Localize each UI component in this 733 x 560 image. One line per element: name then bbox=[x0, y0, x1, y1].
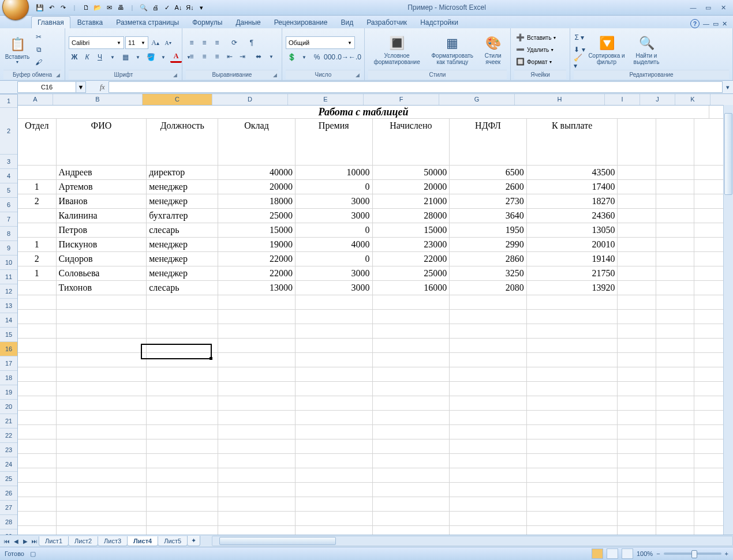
cell-I13[interactable] bbox=[618, 310, 656, 324]
cell-C22[interactable] bbox=[147, 439, 218, 453]
cell-C11[interactable]: слесарь bbox=[147, 281, 218, 295]
tab-developer[interactable]: Разработчик bbox=[360, 16, 413, 28]
cell-H4[interactable]: 17400 bbox=[527, 180, 618, 194]
cell-G17[interactable] bbox=[450, 367, 527, 381]
cell-H10[interactable]: 21750 bbox=[527, 266, 618, 280]
formula-input[interactable] bbox=[109, 81, 723, 93]
row-header-20[interactable]: 20 bbox=[0, 400, 17, 414]
cell-D8[interactable]: 19000 bbox=[218, 238, 296, 251]
cell-A17[interactable] bbox=[18, 367, 57, 381]
cell-H16[interactable] bbox=[527, 353, 618, 367]
align-left-icon[interactable]: ≡ bbox=[186, 51, 197, 62]
cell-C21[interactable] bbox=[147, 425, 218, 439]
cell-B10[interactable]: Соловьева bbox=[57, 266, 147, 280]
cell-D14[interactable] bbox=[218, 324, 296, 338]
cell-A5[interactable]: 2 bbox=[18, 194, 57, 208]
cell-J20[interactable] bbox=[656, 411, 695, 424]
cell-I6[interactable] bbox=[618, 209, 656, 223]
cell-B27[interactable] bbox=[57, 512, 147, 525]
cell-H19[interactable] bbox=[527, 396, 618, 410]
expand-formula-bar-icon[interactable]: ▾ bbox=[726, 84, 730, 91]
cell-I28[interactable] bbox=[618, 526, 656, 535]
cell-D26[interactable] bbox=[218, 497, 296, 511]
cell-E2[interactable]: Премия bbox=[296, 119, 373, 167]
cell-I22[interactable] bbox=[618, 439, 656, 453]
cell-D23[interactable] bbox=[218, 454, 296, 468]
cell-I14[interactable] bbox=[618, 324, 656, 338]
delete-cells-icon[interactable]: ➖ bbox=[514, 44, 526, 55]
cell-G4[interactable]: 2600 bbox=[450, 180, 527, 194]
row-header-22[interactable]: 22 bbox=[0, 429, 17, 443]
cell-D25[interactable] bbox=[218, 483, 296, 497]
sort-filter-button[interactable]: 🔽Сортировка и фильтр bbox=[587, 31, 626, 69]
cell-D24[interactable] bbox=[218, 468, 296, 482]
maximize-button[interactable]: ▭ bbox=[702, 3, 715, 12]
row-header-2[interactable]: 2 bbox=[0, 108, 17, 155]
currency-icon[interactable]: 💲 bbox=[286, 51, 297, 63]
cell-F25[interactable] bbox=[373, 483, 450, 497]
col-header-H[interactable]: H bbox=[515, 94, 605, 105]
cell-I24[interactable] bbox=[618, 468, 656, 482]
cell-H11[interactable]: 13920 bbox=[527, 281, 618, 295]
cell-H8[interactable]: 20010 bbox=[527, 238, 618, 251]
open-icon[interactable]: 📂 bbox=[92, 2, 103, 13]
cell-G11[interactable]: 2080 bbox=[450, 281, 527, 295]
indent-inc-icon[interactable]: ⇥ bbox=[237, 51, 248, 62]
save-icon[interactable]: 💾 bbox=[35, 2, 45, 13]
cell-E27[interactable] bbox=[296, 512, 373, 525]
sheet-nav-prev-icon[interactable]: ◀ bbox=[12, 536, 21, 546]
cell-B7[interactable]: Петров bbox=[57, 223, 147, 237]
mail-icon[interactable]: ✉ bbox=[104, 2, 114, 13]
cell-H12[interactable] bbox=[527, 295, 618, 309]
name-box-arrow-icon[interactable]: ▼ bbox=[76, 81, 86, 93]
cell-E8[interactable]: 4000 bbox=[296, 238, 373, 251]
zoom-in-icon[interactable]: + bbox=[725, 550, 728, 557]
tab-review[interactable]: Рецензирование bbox=[268, 16, 334, 28]
tab-insert[interactable]: Вставка bbox=[71, 16, 110, 28]
cell-G3[interactable]: 6500 bbox=[450, 166, 527, 179]
cell-J17[interactable] bbox=[656, 367, 695, 381]
col-header-J[interactable]: J bbox=[640, 94, 675, 105]
cell-F7[interactable]: 15000 bbox=[373, 223, 450, 237]
cell-D10[interactable]: 22000 bbox=[218, 266, 296, 280]
cell-H17[interactable] bbox=[527, 367, 618, 381]
cell-C7[interactable]: слесарь bbox=[147, 223, 218, 237]
conditional-formatting-button[interactable]: 🔳Условное форматирование bbox=[368, 31, 425, 69]
cell-D28[interactable] bbox=[218, 526, 296, 535]
row-header-14[interactable]: 14 bbox=[0, 313, 17, 328]
cell-H3[interactable]: 43500 bbox=[527, 166, 618, 179]
cell-B18[interactable] bbox=[57, 382, 147, 396]
shrink-font-icon[interactable]: A▾ bbox=[162, 37, 174, 48]
row-header-29[interactable]: 29 bbox=[0, 529, 17, 535]
cell-B21[interactable] bbox=[57, 425, 147, 439]
cell-A22[interactable] bbox=[18, 439, 57, 453]
cell-C9[interactable]: менеджер bbox=[147, 252, 218, 266]
insert-cells-button[interactable]: Вставить bbox=[527, 35, 551, 41]
cell-D21[interactable] bbox=[218, 425, 296, 439]
cell-D20[interactable] bbox=[218, 411, 296, 424]
cell-J10[interactable] bbox=[656, 266, 695, 280]
cell-D13[interactable] bbox=[218, 310, 296, 324]
cell-E19[interactable] bbox=[296, 396, 373, 410]
qat-more-icon[interactable]: ▾ bbox=[196, 2, 207, 13]
row-header-24[interactable]: 24 bbox=[0, 457, 17, 472]
cell-D4[interactable]: 20000 bbox=[218, 180, 296, 194]
cell-C18[interactable] bbox=[147, 382, 218, 396]
cell-E18[interactable] bbox=[296, 382, 373, 396]
cell-H9[interactable]: 19140 bbox=[527, 252, 618, 266]
grow-font-icon[interactable]: A▴ bbox=[149, 37, 161, 48]
cell-F19[interactable] bbox=[373, 396, 450, 410]
cell-G28[interactable] bbox=[450, 526, 527, 535]
cell-styles-button[interactable]: 🎨Стили ячеек bbox=[479, 31, 507, 69]
cell-H5[interactable]: 18270 bbox=[527, 194, 618, 208]
cell-I21[interactable] bbox=[618, 425, 656, 439]
cell-E10[interactable]: 3000 bbox=[296, 266, 373, 280]
cell-J23[interactable] bbox=[656, 454, 695, 468]
col-header-C[interactable]: C bbox=[143, 94, 212, 105]
cell-D27[interactable] bbox=[218, 512, 296, 525]
cell-D5[interactable]: 18000 bbox=[218, 194, 296, 208]
format-painter-icon[interactable]: 🖌 bbox=[33, 57, 44, 68]
format-as-table-button[interactable]: ▦Форматировать как таблицу bbox=[427, 31, 477, 69]
number-launcher-icon[interactable]: ◢ bbox=[356, 72, 360, 78]
sheet-nav-last-icon[interactable]: ⏭ bbox=[30, 536, 39, 546]
